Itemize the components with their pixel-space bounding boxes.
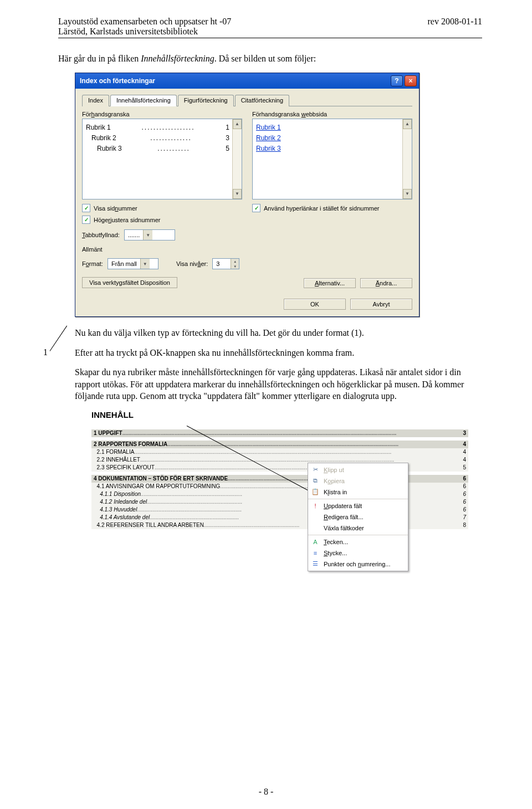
ctx-bullets[interactable]: ☰ Punkter och numrering... <box>308 559 408 570</box>
callout-1: 1 <box>43 347 48 357</box>
copy-icon: ⧉ <box>310 477 320 485</box>
format-combo[interactable]: Från mall ▼ <box>108 258 158 269</box>
show-outline-toolbar-button[interactable]: Visa verktygsfältet Disposition <box>82 277 177 288</box>
intro-italic: Innehållsförteckning <box>141 54 214 63</box>
close-button[interactable]: × <box>405 75 417 86</box>
checkbox-checked-icon: ✓ <box>82 216 90 224</box>
toc-row: 2.2 INNEHÅLLET..........................… <box>91 456 468 464</box>
scroll-down-icon[interactable]: ▼ <box>403 189 412 199</box>
toc-row: 4.1.3 Huvuddel..........................… <box>91 506 468 514</box>
scroll-up-icon[interactable]: ▲ <box>233 119 242 129</box>
web-preview-label: Förhandsgranska webbsida <box>252 111 412 117</box>
web-preview-scrollbar[interactable]: ▲ ▼ <box>402 119 412 199</box>
ctx-copy[interactable]: ⧉ Kopiera <box>308 475 408 487</box>
dialog-title: Index och förteckningar <box>80 77 155 85</box>
checkbox-checked-icon: ✓ <box>82 204 90 212</box>
toc-row: 4.1.2 Inledande del.....................… <box>91 498 468 506</box>
bullets-icon: ☰ <box>310 560 320 568</box>
spin-down-icon[interactable]: ▼ <box>231 264 239 269</box>
header-left-1: Layoutstöd examensarbeten och uppsatser … <box>58 17 231 27</box>
header-right: rev 2008-01-11 <box>428 17 483 37</box>
ctx-font[interactable]: A Tecken... <box>308 536 408 547</box>
toc-row: 4.1.4 Avslutande del....................… <box>91 514 468 521</box>
toc-row: 4.2 REFERENSER TILL ANDRA ARBETEN.......… <box>91 521 468 529</box>
chk-show-page-numbers[interactable]: ✓ Visa sidnummer <box>82 204 242 212</box>
ctx-paste[interactable]: 📋 Klistra in <box>308 487 408 498</box>
toc-row: 1 UPPGIFT...............................… <box>91 429 468 437</box>
header-rule <box>58 38 482 38</box>
ctx-cut[interactable]: ✂ Klipp ut <box>308 464 408 475</box>
dialog-tabs: Index Innehållsförteckning Figurförteckn… <box>82 94 412 106</box>
index-dialog: Index och förteckningar ? × Index Innehå… <box>75 73 420 317</box>
toc-row: 2.3 SPECIFIK LAYOUT.....................… <box>91 464 468 472</box>
tab-toc[interactable]: Innehållsförteckning <box>110 95 177 106</box>
para-1: Nu kan du välja vilken typ av förtecknin… <box>75 327 482 339</box>
menu-separator <box>308 499 408 499</box>
tab-figures[interactable]: Figurförteckning <box>178 95 234 106</box>
scissors-icon: ✂ <box>310 466 320 474</box>
callout-1-line <box>50 326 68 351</box>
toc-row: 4.1.1 Disposition.......................… <box>91 490 468 498</box>
levels-label: Visa nivåer: <box>176 260 208 267</box>
toc-row: 4 DOKUMENTATION – STÖD FÖR ERT SKRIVANDE… <box>91 475 468 483</box>
section-general: Allmänt <box>82 246 412 253</box>
ctx-toggle-codes[interactable]: Växla fältkoder <box>308 523 408 534</box>
ctx-update-field[interactable]: ! Uppdatera fält <box>308 500 408 511</box>
ok-button[interactable]: OK <box>284 299 346 310</box>
intro-post: . Då ser bilden ut som följer: <box>214 54 316 63</box>
ctx-edit-field[interactable]: Redigera fält... <box>308 511 408 523</box>
paste-icon: 📋 <box>310 488 320 496</box>
dialog-titlebar[interactable]: Index och förteckningar ? × <box>75 73 419 89</box>
intro-paragraph: Här går du in på fliken Innehållsförteck… <box>58 54 482 64</box>
dropdown-arrow-icon: ▼ <box>143 230 152 240</box>
menu-separator <box>308 535 408 535</box>
update-icon: ! <box>310 502 320 510</box>
scroll-up-icon[interactable]: ▲ <box>403 119 412 129</box>
page-header: Layoutstöd examensarbeten och uppsatser … <box>58 17 482 37</box>
chk-right-align[interactable]: ✓ Högerjustera sidnummer <box>82 216 242 224</box>
page-footer: - 8 - <box>0 787 532 797</box>
toc-screenshot: INNEHÅLL 1 UPPGIFT......................… <box>91 410 468 529</box>
cancel-button[interactable]: Avbryt <box>350 299 412 310</box>
toc-row: 2.1 FORMALIA............................… <box>91 448 468 456</box>
format-label: Format: <box>82 260 103 267</box>
checkbox-checked-icon: ✓ <box>252 204 260 212</box>
intro-pre: Här går du in på fliken <box>58 54 141 63</box>
context-menu: ✂ Klipp ut ⧉ Kopiera 📋 Klistra in ! Uppd… <box>308 463 408 571</box>
ctx-paragraph[interactable]: ≡ Stycke... <box>308 547 408 559</box>
para-3: Skapar du nya rubriker måste innehållsfö… <box>75 366 482 402</box>
spin-up-icon[interactable]: ▲ <box>231 259 239 264</box>
toc-row: 2 RAPPORTENS FORMALIA...................… <box>91 441 468 448</box>
help-button[interactable]: ? <box>391 75 403 86</box>
tab-index[interactable]: Index <box>82 95 109 106</box>
chk-use-hyperlinks[interactable]: ✓ Använd hyperlänkar i stället för sidnu… <box>252 204 412 212</box>
preview-label: Förhandsgranska <box>82 111 242 117</box>
tab-leader-label: Tabbutfyllnad: <box>82 232 120 238</box>
tab-leader-combo[interactable]: ....... ▼ <box>124 229 175 240</box>
header-left-2: Lärstöd, Karlstads universitetsbibliotek <box>58 27 231 37</box>
toc-row: 4.1 ANVISNINGAR OM RAPPORTUTFORMNING....… <box>91 483 468 490</box>
dropdown-arrow-icon: ▼ <box>140 259 150 269</box>
preview-scrollbar[interactable]: ▲ ▼ <box>232 119 242 199</box>
options-button[interactable]: Alternativ... <box>304 278 356 288</box>
paragraph-icon: ≡ <box>310 549 320 557</box>
modify-button[interactable]: Ändra... <box>360 278 412 288</box>
tab-citations[interactable]: Citatförteckning <box>235 95 289 106</box>
web-preview-box: Rubrik 1 Rubrik 2 Rubrik 3 ▲ ▼ <box>252 119 412 199</box>
print-preview-box: Rubrik 1..................1 Rubrik 2....… <box>82 119 242 199</box>
toc-title: INNEHÅLL <box>91 410 468 419</box>
levels-spinner[interactable]: 3 ▲ ▼ <box>212 258 239 269</box>
font-icon: A <box>310 538 320 546</box>
para-2: Efter att ha tryckt på OK-knappen ska nu… <box>75 347 482 359</box>
scroll-down-icon[interactable]: ▼ <box>233 189 242 199</box>
